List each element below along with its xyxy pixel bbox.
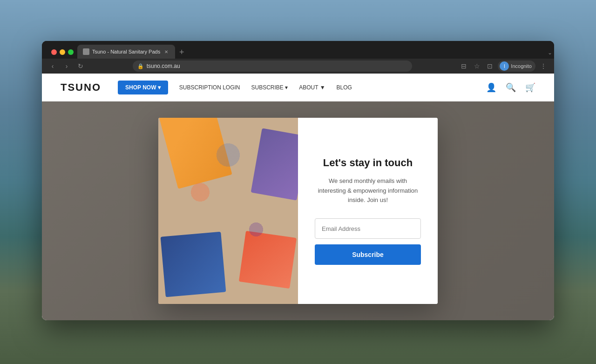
forward-button[interactable]: › (61, 61, 72, 71)
about-nav-link[interactable]: ABOUT ▼ (299, 84, 325, 91)
nav-icons-right: 👤 🔍 🛒 (486, 82, 535, 93)
modal-overlay: Let's stay in touch We send monthly emai… (42, 101, 554, 320)
email-input[interactable] (315, 218, 421, 239)
modal-image-content (158, 118, 298, 304)
tab-expand-button[interactable]: ⌄ (548, 49, 552, 59)
profile-avatar: I (500, 61, 509, 71)
profile-button[interactable]: I Incognito (498, 61, 535, 72)
product-pattern-overlay (158, 118, 298, 304)
ssl-lock-icon: 🔒 (137, 63, 144, 69)
modal-description: We send monthly emails with interesting … (315, 176, 421, 205)
site-nav: TSUNO SHOP NOW ▾ SUBSCRIPTION LOGIN SUBS… (42, 74, 554, 101)
subscription-login-link[interactable]: SUBSCRIPTION LOGIN (179, 84, 240, 91)
blog-nav-link[interactable]: BLOG (337, 84, 352, 91)
back-button[interactable]: ‹ (47, 61, 58, 71)
tab-bar: Tsuno - Natural Sanitary Pads ✕ + ⌄ (42, 41, 554, 59)
reload-button[interactable]: ↻ (75, 61, 86, 71)
tab-bar-left: Tsuno - Natural Sanitary Pads ✕ + (44, 45, 190, 59)
account-icon[interactable]: 👤 (486, 82, 496, 93)
cast-icon[interactable]: ⊟ (459, 61, 469, 71)
newsletter-modal: Let's stay in touch We send monthly emai… (158, 118, 438, 304)
website-content: TSUNO SHOP NOW ▾ SUBSCRIPTION LOGIN SUBS… (42, 74, 554, 320)
subscribe-nav-link[interactable]: SUBSCRIBE ▾ (251, 84, 288, 91)
browser-tab[interactable]: Tsuno - Natural Sanitary Pads ✕ (77, 45, 175, 59)
new-tab-button[interactable]: + (175, 46, 188, 59)
traffic-lights (47, 49, 77, 59)
browser-icons-right: ⊟ ☆ ⊡ I Incognito ⋮ (459, 61, 549, 72)
maximize-window-button[interactable] (68, 49, 74, 55)
url-text: tsuno.com.au (147, 63, 180, 69)
close-window-button[interactable] (51, 49, 57, 55)
tab-manager-icon[interactable]: ⊡ (485, 61, 495, 71)
cart-icon[interactable]: 🛒 (525, 82, 535, 93)
shop-now-button[interactable]: SHOP NOW ▾ (118, 81, 168, 94)
menu-icon[interactable]: ⋮ (538, 61, 549, 71)
site-logo: TSUNO (61, 81, 101, 94)
modal-form-section: Let's stay in touch We send monthly emai… (298, 118, 438, 304)
browser-window: Tsuno - Natural Sanitary Pads ✕ + ⌄ ‹ › … (42, 41, 554, 320)
tab-title: Tsuno - Natural Sanitary Pads (92, 49, 160, 54)
subscribe-button[interactable]: Subscribe (315, 244, 421, 265)
site-hero: TSUNO (42, 101, 554, 320)
profile-name: Incognito (511, 63, 532, 69)
search-icon[interactable]: 🔍 (506, 82, 516, 93)
browser-chrome: Tsuno - Natural Sanitary Pads ✕ + ⌄ ‹ › … (42, 41, 554, 74)
modal-title: Let's stay in touch (323, 157, 413, 169)
address-bar: ‹ › ↻ 🔒 tsuno.com.au ⊟ ☆ ⊡ I Incognito ⋮ (42, 59, 554, 74)
tab-favicon (83, 48, 89, 55)
url-bar[interactable]: 🔒 tsuno.com.au (133, 61, 412, 72)
minimize-window-button[interactable] (60, 49, 65, 55)
tab-close-button[interactable]: ✕ (163, 48, 169, 55)
modal-product-image (158, 118, 298, 304)
bookmark-icon[interactable]: ☆ (472, 61, 482, 71)
